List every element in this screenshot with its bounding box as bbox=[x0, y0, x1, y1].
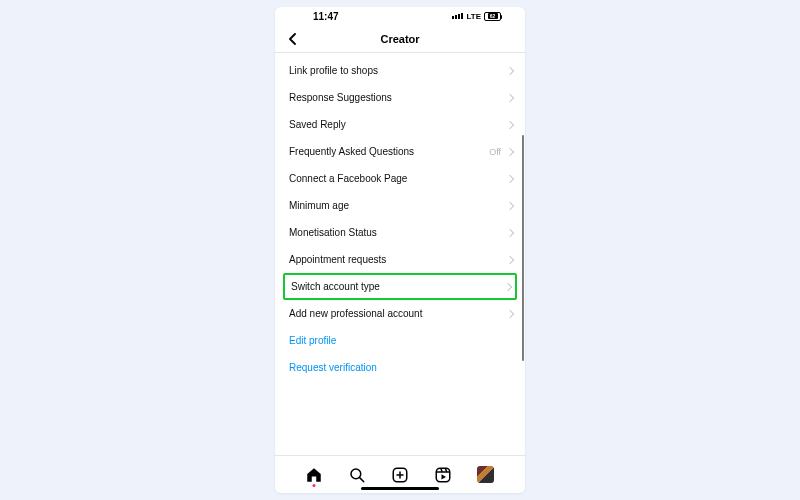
settings-row[interactable]: Appointment requests bbox=[275, 246, 525, 273]
svg-line-1 bbox=[360, 477, 364, 481]
row-label: Connect a Facebook Page bbox=[289, 173, 407, 184]
svg-rect-5 bbox=[436, 468, 450, 482]
settings-row[interactable]: Minimum age bbox=[275, 192, 525, 219]
row-label: Switch account type bbox=[291, 281, 380, 292]
row-value: Off bbox=[489, 147, 501, 157]
settings-row[interactable]: Edit profile bbox=[275, 327, 525, 354]
settings-row[interactable]: Frequently Asked QuestionsOff bbox=[275, 138, 525, 165]
settings-row[interactable]: Add new professional account bbox=[275, 300, 525, 327]
tab-reels[interactable] bbox=[434, 466, 452, 484]
row-meta bbox=[507, 257, 513, 263]
search-icon bbox=[348, 466, 366, 484]
row-label: Response Suggestions bbox=[289, 92, 392, 103]
row-meta bbox=[507, 311, 513, 317]
chevron-right-icon bbox=[506, 255, 514, 263]
notification-dot bbox=[313, 484, 316, 487]
battery-icon: 62 bbox=[484, 12, 501, 21]
chevron-right-icon bbox=[506, 147, 514, 155]
row-meta bbox=[507, 95, 513, 101]
row-label: Edit profile bbox=[289, 335, 336, 346]
avatar bbox=[477, 466, 494, 483]
row-meta: Off bbox=[489, 147, 513, 157]
settings-row[interactable]: Connect a Facebook Page bbox=[275, 165, 525, 192]
scrollbar-thumb[interactable] bbox=[522, 135, 524, 361]
status-time: 11:47 bbox=[313, 11, 339, 22]
row-meta bbox=[507, 176, 513, 182]
status-bar: 11:47 LTE 62 bbox=[275, 7, 525, 25]
row-label: Request verification bbox=[289, 362, 377, 373]
chevron-right-icon bbox=[506, 174, 514, 182]
chevron-right-icon bbox=[506, 120, 514, 128]
chevron-right-icon bbox=[506, 66, 514, 74]
row-meta bbox=[507, 230, 513, 236]
row-label: Add new professional account bbox=[289, 308, 422, 319]
row-meta bbox=[507, 68, 513, 74]
settings-row[interactable]: Response Suggestions bbox=[275, 84, 525, 111]
settings-row[interactable]: Request verification bbox=[275, 354, 525, 381]
row-meta bbox=[507, 203, 513, 209]
nav-header: Creator bbox=[275, 25, 525, 53]
tab-search[interactable] bbox=[348, 466, 366, 484]
settings-list: Link profile to shopsResponse Suggestion… bbox=[275, 53, 525, 381]
back-button[interactable] bbox=[283, 29, 303, 49]
settings-row[interactable]: Monetisation Status bbox=[275, 219, 525, 246]
row-label: Saved Reply bbox=[289, 119, 346, 130]
chevron-right-icon bbox=[506, 93, 514, 101]
row-label: Frequently Asked Questions bbox=[289, 146, 414, 157]
row-meta bbox=[507, 122, 513, 128]
row-label: Monetisation Status bbox=[289, 227, 377, 238]
chevron-right-icon bbox=[504, 282, 512, 290]
tab-create[interactable] bbox=[391, 466, 409, 484]
home-icon bbox=[305, 466, 323, 484]
status-right: LTE 62 bbox=[452, 12, 501, 21]
tab-profile[interactable] bbox=[477, 466, 495, 484]
row-label: Appointment requests bbox=[289, 254, 386, 265]
chevron-left-icon bbox=[287, 33, 299, 45]
battery-level: 62 bbox=[485, 12, 500, 21]
phone-frame: 11:47 LTE 62 Creator Link profile to sho… bbox=[275, 7, 525, 493]
settings-row[interactable]: Switch account type bbox=[283, 273, 517, 300]
row-meta bbox=[505, 284, 511, 290]
row-label: Link profile to shops bbox=[289, 65, 378, 76]
settings-row[interactable]: Link profile to shops bbox=[275, 57, 525, 84]
row-label: Minimum age bbox=[289, 200, 349, 211]
chevron-right-icon bbox=[506, 201, 514, 209]
page-title: Creator bbox=[380, 33, 419, 45]
chevron-right-icon bbox=[506, 309, 514, 317]
signal-icon bbox=[452, 13, 463, 19]
tab-home[interactable] bbox=[305, 466, 323, 484]
plus-square-icon bbox=[391, 466, 409, 484]
reels-icon bbox=[434, 466, 452, 484]
chevron-right-icon bbox=[506, 228, 514, 236]
home-indicator[interactable] bbox=[361, 487, 439, 490]
network-label: LTE bbox=[466, 12, 481, 21]
content-scroll[interactable]: Link profile to shopsResponse Suggestion… bbox=[275, 53, 525, 455]
settings-row[interactable]: Saved Reply bbox=[275, 111, 525, 138]
